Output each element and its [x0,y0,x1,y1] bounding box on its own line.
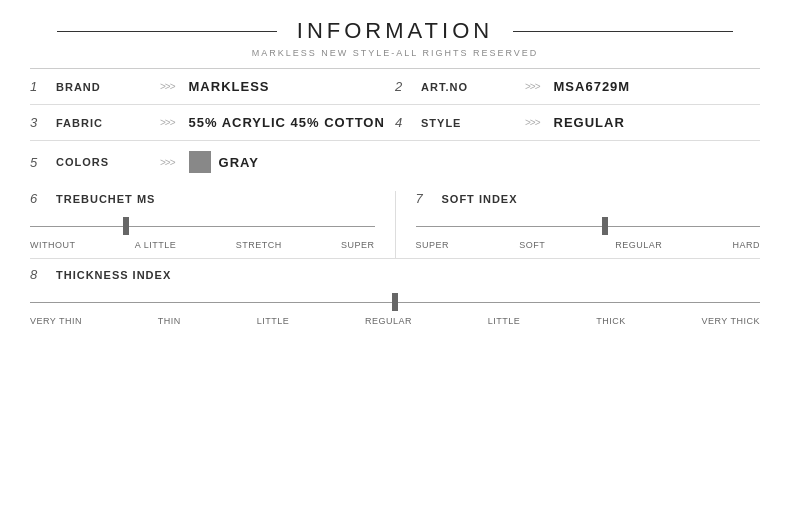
fabric-col: 3 FABRIC >>> 55% ACRYLIC 45% COTTON [30,115,395,130]
soft-title: SOFT INDEX [442,193,518,205]
stretch-thumb [123,217,129,235]
header-line-right [513,31,733,32]
colors-num: 5 [30,155,48,170]
artno-label: ART.NO [421,81,511,93]
artno-num: 2 [395,79,413,94]
stretch-label-3: SUPER [341,240,375,250]
colors-col: 5 COLORS >>> GRAY [30,151,395,173]
colors-label: COLORS [56,156,146,168]
stretch-label-0: WITHOUT [30,240,76,250]
thickness-title: THICKNESS INDEX [56,269,171,281]
style-value: REGULAR [554,115,625,130]
header-line-left [57,31,277,32]
soft-labels: SUPER SOFT REGULAR HARD [416,240,761,250]
fabric-arrows: >>> [160,117,175,128]
stretch-col: 6 TREBUCHET MS WITHOUT A LITTLE STRETCH … [30,191,395,258]
thickness-header: 8 THICKNESS INDEX [30,267,760,282]
soft-label-0: SUPER [416,240,450,250]
thickness-label-6: VERY THICK [701,316,760,326]
info-section: 1 BRAND >>> MARKLESS 2 ART.NO >>> MSA672… [0,69,790,183]
style-num: 4 [395,115,413,130]
fabric-label: FABRIC [56,117,146,129]
artno-arrows: >>> [525,81,540,92]
fabric-num: 3 [30,115,48,130]
thickness-label-2: LITTLE [257,316,290,326]
soft-thumb [602,217,608,235]
brand-col: 1 BRAND >>> MARKLESS [30,79,395,94]
row-colors: 5 COLORS >>> GRAY [30,141,760,183]
soft-col: 7 SOFT INDEX SUPER SOFT REGULAR HARD [395,191,761,258]
stretch-num: 6 [30,191,48,206]
thickness-thumb [392,293,398,311]
slider-row: 6 TREBUCHET MS WITHOUT A LITTLE STRETCH … [30,183,760,259]
artno-value: MSA6729M [554,79,631,94]
brand-label: BRAND [56,81,146,93]
style-col: 4 STYLE >>> REGULAR [395,115,760,130]
colors-arrows: >>> [160,157,175,168]
fabric-value: 55% ACRYLIC 45% COTTON [189,115,385,130]
brand-arrows: >>> [160,81,175,92]
stretch-label-1: A LITTLE [135,240,177,250]
header: INFORMATION MARKLESS NEW STYLE-ALL RIGHT… [0,0,790,68]
soft-track-container [416,216,761,236]
soft-label-2: REGULAR [615,240,662,250]
header-subtitle: MARKLESS NEW STYLE-ALL RIGHTS RESERVED [252,48,539,58]
stretch-track [30,226,375,227]
color-swatch [189,151,211,173]
soft-num: 7 [416,191,434,206]
soft-label-3: HARD [732,240,760,250]
colors-value: GRAY [219,155,259,170]
thickness-labels: VERY THIN THIN LITTLE REGULAR LITTLE THI… [30,316,760,326]
stretch-title: TREBUCHET MS [56,193,155,205]
thickness-section: 8 THICKNESS INDEX VERY THIN THIN LITTLE … [0,259,790,326]
stretch-label-2: STRETCH [236,240,282,250]
stretch-labels: WITHOUT A LITTLE STRETCH SUPER [30,240,375,250]
row-brand-artno: 1 BRAND >>> MARKLESS 2 ART.NO >>> MSA672… [30,69,760,105]
style-label: STYLE [421,117,511,129]
slider-section: 6 TREBUCHET MS WITHOUT A LITTLE STRETCH … [0,183,790,259]
page-title: INFORMATION [297,18,493,44]
stretch-track-container [30,216,375,236]
style-arrows: >>> [525,117,540,128]
brand-value: MARKLESS [189,79,270,94]
thickness-label-0: VERY THIN [30,316,82,326]
thickness-label-4: LITTLE [488,316,521,326]
thickness-label-3: REGULAR [365,316,412,326]
thickness-label-5: THICK [596,316,626,326]
brand-num: 1 [30,79,48,94]
soft-label-1: SOFT [519,240,545,250]
thickness-track [30,302,760,303]
header-lines: INFORMATION [30,18,760,44]
thickness-num: 8 [30,267,48,282]
thickness-track-container [30,292,760,312]
soft-header: 7 SOFT INDEX [416,191,761,206]
thickness-label-1: THIN [158,316,181,326]
artno-col: 2 ART.NO >>> MSA6729M [395,79,760,94]
stretch-header: 6 TREBUCHET MS [30,191,375,206]
soft-track [416,226,761,227]
row-fabric-style: 3 FABRIC >>> 55% ACRYLIC 45% COTTON 4 ST… [30,105,760,141]
